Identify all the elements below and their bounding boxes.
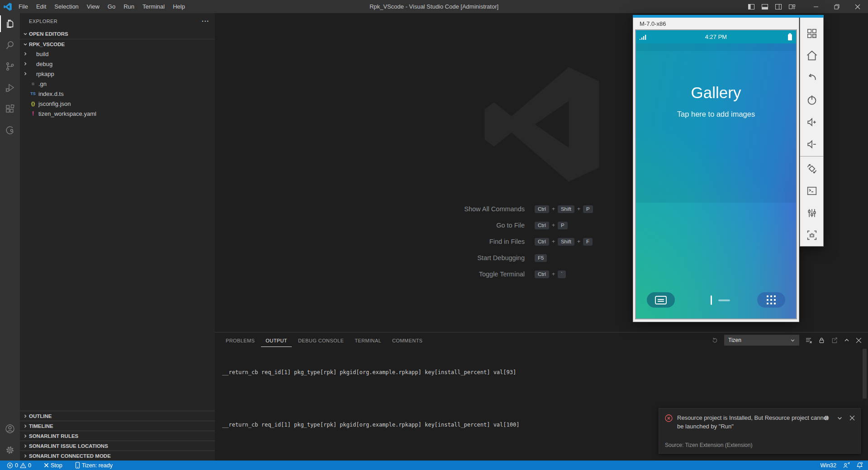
home-button[interactable] bbox=[800, 44, 823, 66]
notifications-bell[interactable] bbox=[853, 461, 866, 470]
account-icon bbox=[5, 423, 15, 434]
menu-file[interactable]: File bbox=[14, 0, 32, 13]
notification-toast: Resource project is Installed, But Resou… bbox=[659, 408, 861, 454]
more-actions-icon[interactable]: ··· bbox=[202, 18, 209, 25]
gallery-app-hint[interactable]: Tap here to add images bbox=[636, 110, 796, 119]
menu-go[interactable]: Go bbox=[104, 0, 119, 13]
device-phone-icon bbox=[75, 462, 80, 469]
activitybar-accounts[interactable] bbox=[0, 418, 20, 439]
activitybar-settings[interactable] bbox=[0, 439, 20, 461]
tab-output[interactable]: OUTPUT bbox=[261, 334, 292, 347]
activitybar-explorer[interactable] bbox=[0, 13, 20, 34]
tab-terminal[interactable]: TERMINAL bbox=[350, 334, 386, 347]
shell-button[interactable] bbox=[800, 180, 823, 202]
activitybar-sonarlint[interactable] bbox=[0, 119, 20, 141]
toggle-secondary-sidebar-icon[interactable] bbox=[775, 3, 782, 10]
key-chip: ` bbox=[558, 271, 566, 278]
tizen-emulator-window: M-7.0-x86 4:27 PM Gallery Tap here to ad… bbox=[633, 15, 824, 322]
chevron-down-icon bbox=[790, 338, 795, 343]
volume-up-button[interactable] bbox=[800, 111, 823, 133]
volume-up-icon bbox=[806, 116, 818, 128]
back-arrow-icon bbox=[806, 71, 818, 84]
lock-icon[interactable] bbox=[818, 337, 825, 344]
sonarlint-connected-mode-section[interactable]: SONARLINT CONNECTED MODE bbox=[20, 451, 215, 461]
maximize-panel-icon[interactable] bbox=[844, 337, 850, 343]
tree-item-tizen-workspace[interactable]: ! tizen_workspace.yaml bbox=[20, 109, 215, 119]
tab-debug-console[interactable]: DEBUG CONSOLE bbox=[294, 334, 348, 347]
sonarlint-rules-section[interactable]: SONARLINT RULES bbox=[20, 431, 215, 441]
title-bar: File Edit Selection View Go Run Terminal… bbox=[0, 0, 868, 13]
tizen-ready-status[interactable]: Tizen: ready bbox=[72, 461, 116, 470]
open-editors-section[interactable]: OPEN EDITORS bbox=[20, 29, 215, 39]
shortcut-label: Show All Commands bbox=[353, 205, 525, 213]
notification-close-icon[interactable] bbox=[849, 415, 855, 421]
open-output-in-editor-icon[interactable] bbox=[831, 337, 838, 344]
key-chip: Ctrl bbox=[535, 205, 549, 213]
platform-indicator[interactable]: Win32 bbox=[817, 461, 840, 470]
close-window-button[interactable] bbox=[847, 0, 868, 13]
toggle-sidebar-icon[interactable] bbox=[748, 3, 755, 10]
tab-comments[interactable]: COMMENTS bbox=[388, 334, 427, 347]
key-chip: F bbox=[583, 238, 593, 246]
tree-item-jsconfig[interactable]: {} jsconfig.json bbox=[20, 99, 215, 109]
tree-item-build[interactable]: build bbox=[20, 49, 215, 59]
close-panel-icon[interactable] bbox=[856, 337, 862, 343]
menu-view[interactable]: View bbox=[83, 0, 104, 13]
shell-terminal-icon bbox=[806, 185, 818, 197]
vscode-watermark-logo bbox=[484, 64, 600, 185]
root-folder-section[interactable]: RPK_VSCODE bbox=[20, 39, 215, 49]
menu-help[interactable]: Help bbox=[169, 0, 189, 13]
notification-collapse-icon[interactable] bbox=[837, 415, 843, 421]
sonarlint-issue-locations-section[interactable]: SONARLINT ISSUE LOCATIONS bbox=[20, 441, 215, 451]
emulator-control-toolbar bbox=[800, 18, 824, 247]
warning-triangle-icon bbox=[20, 462, 26, 469]
output-channel-select[interactable]: Tizen bbox=[724, 335, 799, 346]
phone-status-bar: 4:27 PM bbox=[636, 30, 796, 43]
activitybar-run-debug[interactable] bbox=[0, 77, 20, 98]
back-button[interactable] bbox=[800, 66, 823, 89]
menu-selection[interactable]: Selection bbox=[50, 0, 82, 13]
rotate-button[interactable] bbox=[800, 157, 823, 180]
sonarlint-icon bbox=[5, 125, 15, 136]
vscode-window: File Edit Selection View Go Run Terminal… bbox=[0, 0, 868, 470]
apps-button[interactable] bbox=[757, 292, 785, 308]
multi-window-button[interactable] bbox=[800, 22, 823, 44]
menu-run[interactable]: Run bbox=[119, 0, 138, 13]
tree-item-debug[interactable]: debug bbox=[20, 59, 215, 69]
restore-button[interactable] bbox=[826, 0, 847, 13]
recents-button[interactable] bbox=[647, 292, 675, 308]
yaml-file-icon: ! bbox=[29, 110, 37, 117]
tree-item-index-dts[interactable]: TS index.d.ts bbox=[20, 89, 215, 99]
key-chip: P bbox=[558, 222, 568, 229]
chevron-right-icon bbox=[23, 424, 28, 428]
notification-settings-icon[interactable] bbox=[823, 414, 830, 422]
stop-button[interactable]: Stop bbox=[41, 461, 66, 470]
timeline-section[interactable]: TIMELINE bbox=[20, 421, 215, 431]
tree-item-gn[interactable]: ≡ .gn bbox=[20, 79, 215, 89]
feedback-person-icon bbox=[843, 462, 850, 469]
control-panel-button[interactable] bbox=[800, 202, 823, 224]
volume-down-button[interactable] bbox=[800, 133, 823, 155]
emulator-screen[interactable]: 4:27 PM Gallery Tap here to add images bbox=[635, 29, 797, 319]
activitybar-source-control[interactable] bbox=[0, 56, 20, 77]
clear-output-icon[interactable] bbox=[805, 337, 812, 344]
menu-terminal[interactable]: Terminal bbox=[138, 0, 169, 13]
feedback-button[interactable] bbox=[840, 461, 853, 470]
refresh-icon[interactable] bbox=[711, 337, 718, 344]
source-control-icon bbox=[5, 61, 15, 72]
screenshot-button[interactable] bbox=[800, 224, 823, 246]
activitybar-extensions[interactable] bbox=[0, 98, 20, 119]
shortcut-label: Start Debugging bbox=[353, 254, 525, 261]
chevron-right-icon bbox=[23, 71, 28, 76]
toggle-panel-icon[interactable] bbox=[761, 3, 768, 10]
outline-section[interactable]: OUTLINE bbox=[20, 411, 215, 421]
menu-edit[interactable]: Edit bbox=[32, 0, 50, 13]
power-button[interactable] bbox=[800, 89, 823, 111]
panel-scrollbar[interactable] bbox=[863, 349, 867, 399]
minimize-button[interactable] bbox=[806, 0, 826, 13]
tab-problems[interactable]: PROBLEMS bbox=[221, 334, 259, 347]
tree-item-rpkapp[interactable]: rpkapp bbox=[20, 69, 215, 79]
activitybar-search[interactable] bbox=[0, 34, 20, 56]
customize-layout-icon[interactable] bbox=[788, 3, 796, 10]
problems-status[interactable]: 0 0 bbox=[4, 461, 34, 470]
